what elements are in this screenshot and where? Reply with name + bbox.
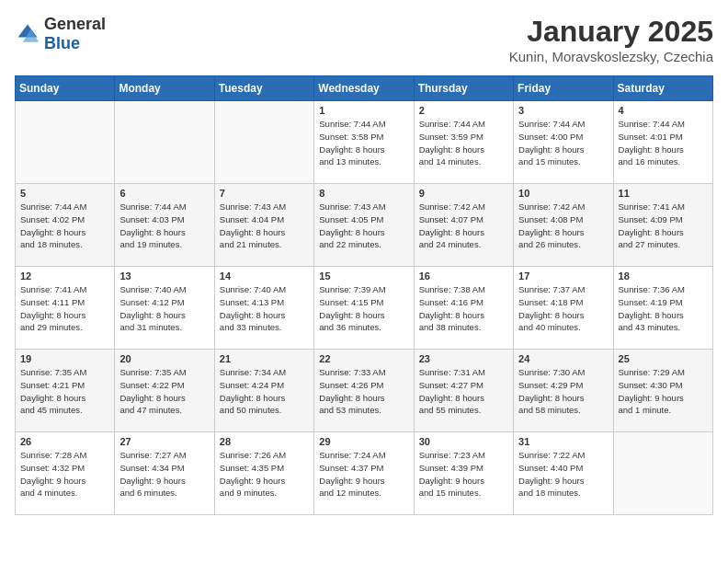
calendar-cell: 23Sunrise: 7:31 AM Sunset: 4:27 PM Dayli… [414,350,513,432]
day-info: Sunrise: 7:27 AM Sunset: 4:34 PM Dayligh… [119,449,209,500]
calendar-cell: 25Sunrise: 7:29 AM Sunset: 4:30 PM Dayli… [613,350,712,432]
calendar-cell: 12Sunrise: 7:41 AM Sunset: 4:11 PM Dayli… [16,267,115,350]
calendar-cell: 11Sunrise: 7:41 AM Sunset: 4:09 PM Dayli… [613,184,712,267]
calendar-cell: 30Sunrise: 7:23 AM Sunset: 4:39 PM Dayli… [414,432,513,515]
day-number: 1 [319,105,408,116]
calendar-week-0: 1Sunrise: 7:44 AM Sunset: 3:58 PM Daylig… [16,101,713,184]
day-info: Sunrise: 7:41 AM Sunset: 4:11 PM Dayligh… [20,283,109,334]
day-number: 22 [319,353,408,364]
day-info: Sunrise: 7:44 AM Sunset: 3:58 PM Dayligh… [319,118,408,168]
calendar-cell: 9Sunrise: 7:42 AM Sunset: 4:07 PM Daylig… [414,184,513,267]
day-info: Sunrise: 7:42 AM Sunset: 4:08 PM Dayligh… [518,201,608,251]
calendar-cell [613,432,712,515]
calendar-week-4: 26Sunrise: 7:28 AM Sunset: 4:32 PM Dayli… [16,432,713,515]
day-number: 24 [518,353,608,364]
calendar-cell: 5Sunrise: 7:44 AM Sunset: 4:02 PM Daylig… [16,184,115,267]
day-info: Sunrise: 7:22 AM Sunset: 4:40 PM Dayligh… [518,449,608,500]
calendar-cell [214,101,313,184]
day-info: Sunrise: 7:35 AM Sunset: 4:21 PM Dayligh… [20,366,109,417]
page-header: General Blue January 2025 Kunin, Moravsk… [15,15,713,64]
day-info: Sunrise: 7:34 AM Sunset: 4:24 PM Dayligh… [220,366,309,417]
calendar-body: 1Sunrise: 7:44 AM Sunset: 3:58 PM Daylig… [16,101,713,515]
day-number: 8 [319,188,408,199]
calendar-cell: 2Sunrise: 7:44 AM Sunset: 3:59 PM Daylig… [414,101,513,184]
day-info: Sunrise: 7:44 AM Sunset: 4:02 PM Dayligh… [20,201,109,251]
day-number: 21 [220,353,309,364]
calendar-header: Sunday Monday Tuesday Wednesday Thursday… [16,76,713,101]
day-number: 15 [319,270,408,282]
day-info: Sunrise: 7:37 AM Sunset: 4:18 PM Dayligh… [518,283,608,334]
logo-blue: Blue [44,34,80,52]
calendar-cell: 26Sunrise: 7:28 AM Sunset: 4:32 PM Dayli… [16,432,115,515]
day-number: 18 [619,270,708,282]
calendar-cell: 1Sunrise: 7:44 AM Sunset: 3:58 PM Daylig… [314,101,414,184]
calendar-cell: 7Sunrise: 7:43 AM Sunset: 4:04 PM Daylig… [214,184,313,267]
day-number: 4 [619,105,708,116]
calendar-cell: 22Sunrise: 7:33 AM Sunset: 4:26 PM Dayli… [314,350,414,432]
day-info: Sunrise: 7:31 AM Sunset: 4:27 PM Dayligh… [419,366,508,417]
calendar-cell: 6Sunrise: 7:44 AM Sunset: 4:03 PM Daylig… [115,184,214,267]
day-info: Sunrise: 7:29 AM Sunset: 4:30 PM Dayligh… [619,366,708,417]
day-number: 9 [419,188,508,199]
calendar-table: Sunday Monday Tuesday Wednesday Thursday… [15,75,713,515]
day-info: Sunrise: 7:42 AM Sunset: 4:07 PM Dayligh… [419,201,508,251]
day-number: 3 [518,105,608,116]
calendar-cell: 8Sunrise: 7:43 AM Sunset: 4:05 PM Daylig… [314,184,414,267]
calendar-cell: 21Sunrise: 7:34 AM Sunset: 4:24 PM Dayli… [214,350,313,432]
day-info: Sunrise: 7:44 AM Sunset: 4:01 PM Dayligh… [619,118,708,168]
calendar-cell: 15Sunrise: 7:39 AM Sunset: 4:15 PM Dayli… [314,267,414,350]
day-number: 29 [319,436,408,447]
header-wednesday: Wednesday [314,76,414,101]
day-number: 31 [518,436,608,447]
header-monday: Monday [115,76,214,101]
calendar-week-2: 12Sunrise: 7:41 AM Sunset: 4:11 PM Dayli… [16,267,713,350]
day-info: Sunrise: 7:43 AM Sunset: 4:05 PM Dayligh… [319,201,408,251]
day-number: 11 [619,188,708,199]
header-sunday: Sunday [16,76,115,101]
calendar-cell: 27Sunrise: 7:27 AM Sunset: 4:34 PM Dayli… [115,432,214,515]
calendar-cell: 16Sunrise: 7:38 AM Sunset: 4:16 PM Dayli… [414,267,513,350]
header-saturday: Saturday [613,76,712,101]
calendar-cell: 24Sunrise: 7:30 AM Sunset: 4:29 PM Dayli… [514,350,613,432]
day-number: 28 [220,436,309,447]
calendar-cell: 13Sunrise: 7:40 AM Sunset: 4:12 PM Dayli… [115,267,214,350]
day-info: Sunrise: 7:24 AM Sunset: 4:37 PM Dayligh… [319,449,408,500]
day-info: Sunrise: 7:23 AM Sunset: 4:39 PM Dayligh… [419,449,508,500]
title-block: January 2025 Kunin, Moravskoslezsky, Cze… [509,15,713,64]
day-info: Sunrise: 7:38 AM Sunset: 4:16 PM Dayligh… [419,283,508,334]
calendar-cell: 20Sunrise: 7:35 AM Sunset: 4:22 PM Dayli… [115,350,214,432]
month-title: January 2025 [509,15,713,49]
day-info: Sunrise: 7:30 AM Sunset: 4:29 PM Dayligh… [518,366,608,417]
location-title: Kunin, Moravskoslezsky, Czechia [509,49,713,64]
day-number: 23 [419,353,508,364]
day-info: Sunrise: 7:36 AM Sunset: 4:19 PM Dayligh… [619,283,708,334]
day-number: 12 [20,270,109,282]
logo: General Blue [15,15,106,53]
calendar-cell [115,101,214,184]
day-number: 25 [619,353,708,364]
day-info: Sunrise: 7:41 AM Sunset: 4:09 PM Dayligh… [619,201,708,251]
calendar-week-3: 19Sunrise: 7:35 AM Sunset: 4:21 PM Dayli… [16,350,713,432]
calendar-cell: 31Sunrise: 7:22 AM Sunset: 4:40 PM Dayli… [514,432,613,515]
calendar-cell: 18Sunrise: 7:36 AM Sunset: 4:19 PM Dayli… [613,267,712,350]
day-number: 14 [220,270,309,282]
calendar-cell: 10Sunrise: 7:42 AM Sunset: 4:08 PM Dayli… [514,184,613,267]
day-info: Sunrise: 7:26 AM Sunset: 4:35 PM Dayligh… [220,449,309,500]
day-info: Sunrise: 7:44 AM Sunset: 4:00 PM Dayligh… [518,118,608,168]
logo-icon [15,21,40,47]
day-info: Sunrise: 7:44 AM Sunset: 4:03 PM Dayligh… [119,201,209,251]
day-number: 27 [119,436,209,447]
calendar-cell: 17Sunrise: 7:37 AM Sunset: 4:18 PM Dayli… [514,267,613,350]
day-number: 26 [20,436,109,447]
day-number: 10 [518,188,608,199]
day-number: 20 [119,353,209,364]
day-info: Sunrise: 7:40 AM Sunset: 4:13 PM Dayligh… [220,283,309,334]
calendar-cell: 3Sunrise: 7:44 AM Sunset: 4:00 PM Daylig… [514,101,613,184]
logo-text: General Blue [44,15,106,53]
calendar-cell: 29Sunrise: 7:24 AM Sunset: 4:37 PM Dayli… [314,432,414,515]
day-info: Sunrise: 7:40 AM Sunset: 4:12 PM Dayligh… [119,283,209,334]
day-number: 30 [419,436,508,447]
day-number: 19 [20,353,109,364]
header-thursday: Thursday [414,76,513,101]
calendar-cell: 14Sunrise: 7:40 AM Sunset: 4:13 PM Dayli… [214,267,313,350]
